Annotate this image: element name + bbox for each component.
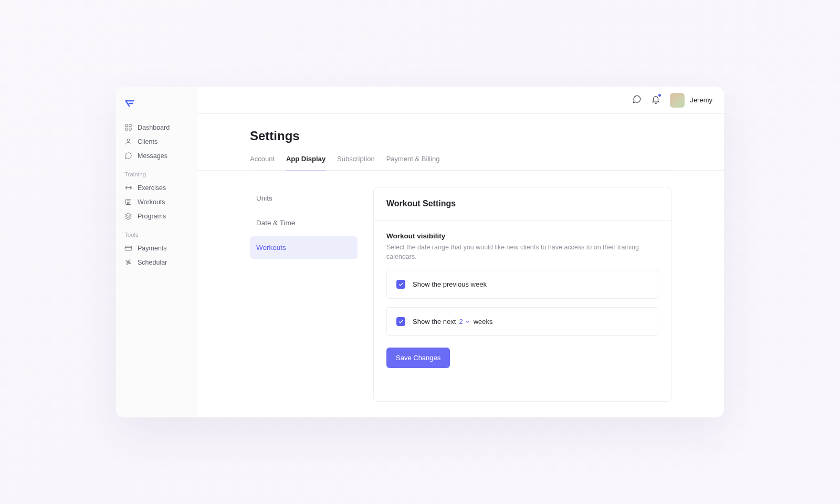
tab-payment-billing[interactable]: Payment & Billing [386,155,440,171]
nav-group-main: Dashboard Clients Messages [116,120,197,167]
option-prev-week: Show the previous week [386,270,658,299]
nav-group-title: Tools [116,227,197,241]
save-button[interactable]: Save Changes [386,348,450,368]
user-menu[interactable]: Jeremy [670,93,712,108]
settings-tabs: Account App Display Subscription Payment… [250,155,671,171]
nav-group-title: Training [116,167,197,181]
panel-body: Workout visibility Select the date range… [374,220,671,380]
nav-label: Schedular [138,259,167,266]
nav-item-messages[interactable]: Messages [116,149,197,163]
section-desc: Select the date range that you would lik… [386,243,658,261]
subnav-workouts[interactable]: Workouts [250,236,358,259]
nav-item-dashboard[interactable]: Dashboard [116,120,197,134]
settings-panel: Workout Settings Workout visibility Sele… [373,187,671,402]
tab-account[interactable]: Account [250,155,275,171]
bell-icon[interactable] [651,94,660,106]
topbar: Jeremy [197,87,724,114]
nav-group-tools: Tools Payments Schedular [116,227,197,274]
subnav: Units Date & Time Workouts [250,187,358,402]
section-title: Workout visibility [386,232,658,240]
svg-rect-1 [129,124,131,127]
label-before: Show the next [413,318,456,326]
label-after: weeks [474,318,493,326]
username: Jeremy [690,96,712,104]
page-title: Settings [250,129,671,143]
panel-header: Workout Settings [374,187,671,220]
svg-point-4 [127,139,130,142]
option-label: Show the previous week [413,280,487,288]
sidebar: Dashboard Clients Messages Training [116,87,197,417]
option-label: Show the next 2 weeks [413,318,492,326]
grid-icon [124,123,132,131]
nav-item-payments[interactable]: Payments [116,241,197,255]
fan-icon [124,258,132,266]
nav-label: Payments [138,245,167,252]
page-header: Settings Account App Display Subscriptio… [197,114,724,171]
avatar [670,93,685,108]
nav-item-programs[interactable]: Programs [116,209,197,223]
nav-group-training: Training Exercises Workouts Programs [116,167,197,227]
option-next-weeks: Show the next 2 weeks [386,307,658,336]
tab-subscription[interactable]: Subscription [337,155,375,171]
weeks-select[interactable]: 2 [459,318,470,326]
nav-label: Exercises [138,184,166,192]
layers-icon [124,212,132,220]
checkbox-prev-week[interactable] [396,280,405,289]
nav-item-schedular[interactable]: Schedular [116,255,197,269]
subnav-units[interactable]: Units [250,187,358,209]
user-icon [124,138,132,145]
app-window: Dashboard Clients Messages Training [116,87,724,417]
chevron-down-icon [465,319,470,324]
dumbbell-icon [124,184,132,192]
nav-item-clients[interactable]: Clients [116,134,197,149]
credit-card-icon [124,244,132,252]
svg-rect-0 [125,124,128,127]
nav-label: Workouts [138,198,165,206]
weeks-value: 2 [459,318,463,326]
subnav-date-time[interactable]: Date & Time [250,212,358,234]
nav-item-exercises[interactable]: Exercises [116,181,197,195]
nav-label: Programs [138,213,166,220]
tab-app-display[interactable]: App Display [286,155,326,171]
panel-title: Workout Settings [386,199,658,208]
chat-icon[interactable] [632,94,642,106]
nav-label: Clients [138,138,158,145]
svg-rect-6 [125,246,132,250]
nav-item-workouts[interactable]: Workouts [116,195,197,209]
checkbox-next-weeks[interactable] [396,317,405,326]
main-area: Jeremy Settings Account App Display Subs… [197,87,724,417]
content: Units Date & Time Workouts Workout Setti… [197,171,724,417]
chat-icon [124,152,132,160]
nav-label: Messages [138,152,167,160]
nav-label: Dashboard [138,124,170,131]
app-logo [116,98,197,120]
svg-rect-2 [125,128,128,130]
list-icon [124,198,132,206]
notification-dot [658,93,662,97]
svg-rect-3 [129,128,131,130]
